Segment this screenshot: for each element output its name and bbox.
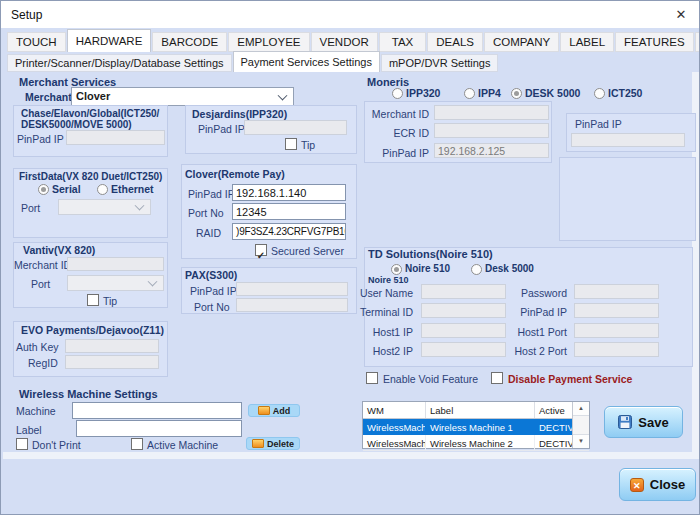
td-host1-ip-label: Host1 IP xyxy=(351,326,413,338)
delete-button[interactable]: Delete xyxy=(246,437,300,450)
table-row[interactable]: WirelessMachine2 Wireless Machine 2 DECT… xyxy=(363,435,589,451)
dont-print-checkbox[interactable] xyxy=(16,438,28,450)
td-host1-port-label: Host1 Port xyxy=(499,326,567,338)
td-noire510-radio[interactable] xyxy=(391,264,402,275)
title-bar[interactable]: Setup ✕ xyxy=(1,1,699,28)
td-noire510-label: Noire 510 xyxy=(405,263,450,274)
scroll-down-icon[interactable]: ▼ xyxy=(573,434,589,448)
label-input[interactable] xyxy=(76,420,242,437)
subtab-mpop-dvr[interactable]: mPOP/DVR Settings xyxy=(381,54,498,72)
add-button-label: Add xyxy=(273,406,291,416)
firstdata-ethernet-label: Ethernet xyxy=(111,183,154,195)
td-host2-port-label: Host 2 Port xyxy=(499,345,567,357)
td-noire-subgroup-title: Noire 510 xyxy=(368,275,409,285)
chase-pinpad-ip-field xyxy=(66,130,165,145)
moneris-desk5000-label: DESK 5000 xyxy=(525,87,580,99)
table-row[interactable]: WirelessMachine1 Wireless Machine 1 DECT… xyxy=(363,419,589,435)
tab-tax[interactable]: TAX xyxy=(379,32,427,52)
tab-features[interactable]: FEATURES xyxy=(615,32,694,52)
disable-payment-label: Disable Payment Service xyxy=(508,373,632,385)
tab-touch[interactable]: TOUCH xyxy=(7,32,66,52)
subtab-printer-scanner-display-database[interactable]: Printer/Scanner/Display/Database Setting… xyxy=(7,54,232,72)
clover-raid-field[interactable]: )9F3SZ4.23CRFVG7PB10C xyxy=(232,223,346,240)
panel-bottom-edge xyxy=(3,452,699,459)
save-button-label: Save xyxy=(638,415,668,430)
cell-wm: WirelessMachine2 xyxy=(363,435,426,450)
td-host2-ip-label: Host2 IP xyxy=(351,345,413,357)
wireless-settings-title: Wireless Machine Settings xyxy=(19,388,158,400)
td-solutions-title: TD Solutions(Noire 510) xyxy=(368,248,493,260)
moneris-desk5000-radio[interactable] xyxy=(511,88,522,99)
cell-label: Wireless Machine 1 xyxy=(426,419,535,434)
subtab-payment-services[interactable]: Payment Services Settings xyxy=(233,51,380,72)
clover-pinpad-ip-field[interactable]: 192.168.1.140 xyxy=(232,184,346,201)
td-password-label: Password xyxy=(499,287,567,299)
tab-deals[interactable]: DEALS xyxy=(427,32,483,52)
cell-active: DECTIVE xyxy=(535,419,572,434)
td-user-name-label: User Name xyxy=(351,287,413,299)
col-header-active[interactable]: Active xyxy=(535,402,572,418)
chase-title-line2: DESK5000/MOVE 5000) xyxy=(21,119,132,130)
firstdata-ethernet-radio[interactable] xyxy=(97,184,108,195)
merchant-dropdown[interactable]: Clover xyxy=(71,87,294,106)
enable-void-checkbox[interactable] xyxy=(366,372,378,384)
td-host1-port-field xyxy=(574,323,659,338)
td-pinpad-ip-label: PinPad IP xyxy=(499,306,567,318)
moneris-ipp320-radio[interactable] xyxy=(392,88,403,99)
close-button[interactable]: ✕ Close xyxy=(619,468,696,501)
chase-pinpad-ip-label: PinPad IP xyxy=(17,133,64,145)
disable-payment-checkbox[interactable] xyxy=(491,372,503,384)
col-header-wm[interactable]: WM xyxy=(363,402,426,418)
desjardins-tip-checkbox[interactable] xyxy=(285,138,297,150)
cell-wm: WirelessMachine1 xyxy=(363,419,426,434)
clover-port-no-field[interactable]: 12345 xyxy=(232,203,346,220)
tab-employee[interactable]: EMPLOYEE xyxy=(228,32,309,52)
table-scrollbar[interactable]: ▲ ▼ xyxy=(572,402,589,448)
side-pinpad-ip-label: PinPad IP xyxy=(575,118,622,130)
td-pinpad-ip-field xyxy=(574,303,659,318)
tab-company[interactable]: COMPANY xyxy=(484,32,559,52)
pax-title: PAX(S300) xyxy=(185,269,237,281)
tab-label[interactable]: LABEL xyxy=(560,32,614,52)
window-close-button[interactable]: ✕ xyxy=(672,6,690,24)
check-icon: ✓ xyxy=(257,250,265,261)
clover-raid-value: )9F3SZ4.23CRFVG7PB10C xyxy=(233,224,345,237)
firstdata-serial-label: Serial xyxy=(52,183,81,195)
scroll-up-icon[interactable]: ▲ xyxy=(573,402,589,416)
pax-port-no-field xyxy=(236,298,348,312)
desjardins-pinpad-ip-field xyxy=(244,120,347,135)
tab-vendor[interactable]: VENDOR xyxy=(311,32,378,52)
evo-regid-field xyxy=(65,355,159,369)
add-button[interactable]: Add xyxy=(248,404,300,417)
moneris-pinpad-ip-value: 192.168.2.125 xyxy=(435,144,548,157)
tab-barcode[interactable]: BARCODE xyxy=(152,32,227,52)
machine-label: Machine xyxy=(16,405,56,417)
add-icon xyxy=(258,406,270,415)
tab-hardware[interactable]: HARDWARE xyxy=(67,29,152,52)
moneris-merchant-id-field xyxy=(434,105,549,120)
clover-port-no-value: 12345 xyxy=(233,204,345,218)
empty-group xyxy=(559,157,696,241)
close-button-label: Close xyxy=(650,477,685,492)
machine-input[interactable] xyxy=(72,402,242,419)
desjardins-pinpad-ip-label: PinPad IP xyxy=(198,123,245,135)
tab-marketing[interactable]: MARKETING xyxy=(695,32,700,52)
moneris-ipp4-radio[interactable] xyxy=(464,88,475,99)
firstdata-title: FirstData(VX 820 Duet/ICT250) xyxy=(19,171,162,182)
td-desk5000-radio[interactable] xyxy=(471,264,482,275)
close-x-icon: ✕ xyxy=(676,7,687,22)
moneris-title: Moneris xyxy=(367,76,409,88)
moneris-ict250-radio[interactable] xyxy=(594,88,605,99)
close-icon: ✕ xyxy=(630,478,644,492)
col-header-label[interactable]: Label xyxy=(426,402,535,418)
active-machine-checkbox[interactable] xyxy=(131,438,143,450)
td-terminal-id-field xyxy=(421,303,506,318)
merchant-dropdown-value: Clover xyxy=(72,88,293,102)
firstdata-serial-radio[interactable] xyxy=(38,184,49,195)
vantiv-tip-checkbox[interactable] xyxy=(87,294,99,306)
moneris-merchant-id-label: Merchant ID xyxy=(369,108,429,120)
wireless-machine-table: WM Label Active WirelessMachine1 Wireles… xyxy=(362,401,590,449)
clover-secured-server-checkbox[interactable]: ✓ xyxy=(255,244,267,256)
enable-void-label: Enable Void Feature xyxy=(383,373,478,385)
save-button[interactable]: Save xyxy=(604,406,683,438)
